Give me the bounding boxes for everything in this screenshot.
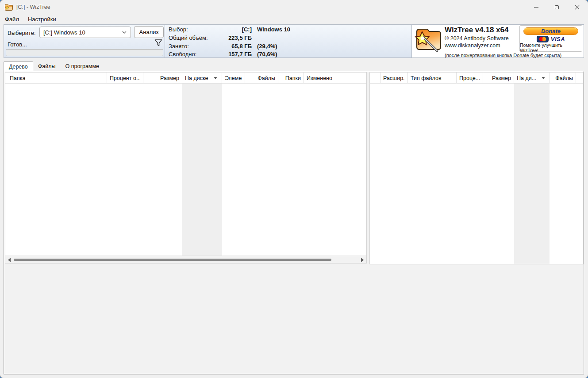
file-types-grid[interactable]: Расшир... Тип файлов Проце... Размер На … [369, 72, 584, 264]
caption-buttons [526, 0, 587, 14]
wiztree-window: [C:] - WizTree Файл Настройки Выберите: … [0, 0, 588, 378]
summary-row: Общий объём: 223,5 ГБ [165, 34, 411, 43]
close-button[interactable] [567, 0, 587, 14]
column-header-extension[interactable]: Расшир... [380, 73, 408, 84]
filter-icon[interactable] [154, 38, 163, 47]
menu-bar: Файл Настройки [0, 14, 60, 24]
minimize-button[interactable] [526, 0, 546, 14]
tab-tree[interactable]: Дерево [4, 61, 33, 72]
menu-file[interactable]: Файл [1, 15, 23, 23]
select-drive-label: Выберите: [8, 30, 36, 36]
summary-extra: (70,6%) [257, 51, 277, 59]
summary-row: Занято: 65,8 ГБ (29,4%) [165, 43, 411, 51]
copyright-line: © 2024 Antibody Software [445, 36, 509, 42]
app-folder-icon [5, 4, 13, 11]
donate-box: Donate VISA Помогите улучшить WizTree! [519, 25, 582, 52]
scroll-left-icon[interactable] [8, 258, 11, 262]
summary-row: Выбор: [C:] Windows 10 [165, 26, 411, 34]
top-panel: Выберите: [C:] Windows 10 Анализ Готов..… [4, 24, 584, 58]
status-text: Готов... [8, 41, 27, 48]
title-bar[interactable]: [C:] - WizTree [0, 0, 588, 14]
summary-label: Общий объём: [165, 34, 209, 43]
column-header-size[interactable]: Размер [143, 73, 182, 84]
maximize-button[interactable] [546, 0, 567, 14]
column-header-spacer [576, 73, 583, 84]
column-header-items[interactable]: Элеме... [222, 73, 245, 84]
horizontal-scrollbar[interactable] [5, 256, 366, 263]
column-header-allocated[interactable]: На ди... [514, 73, 550, 84]
drive-combobox[interactable]: [C:] Windows 10 [39, 27, 131, 38]
tree-grid-header: Папка Процент о... Размер На диске Элеме… [5, 73, 366, 84]
column-header-folders[interactable]: Папки [278, 73, 304, 84]
summary-label: Выбор: [165, 26, 209, 34]
scrollbar-thumb[interactable] [14, 259, 331, 261]
summary-label: Свободно: [165, 51, 209, 59]
minimize-icon [534, 7, 538, 8]
drive-combobox-value: [C:] Windows 10 [43, 29, 85, 36]
summary-value: 65,8 ГБ [209, 43, 252, 51]
summary-row: Свободно: 157,7 ГБ (70,6%) [165, 51, 411, 59]
scroll-right-icon[interactable] [361, 258, 364, 262]
column-header-folder[interactable]: Папка [5, 73, 107, 84]
visa-icon: VISA [551, 36, 565, 42]
close-icon [575, 5, 580, 10]
types-grid-body[interactable] [370, 84, 583, 264]
app-version-title: WizTree v4.18 x64 [445, 26, 509, 34]
sorted-column-highlight [514, 84, 550, 264]
summary-panel: Выбор: [C:] Windows 10 Общий объём: 223,… [165, 25, 412, 57]
sort-desc-icon [214, 77, 217, 79]
summary-value: 223,5 ГБ [209, 34, 252, 43]
chevron-down-icon [122, 31, 127, 34]
column-header-blank[interactable] [370, 73, 380, 84]
tree-grid-body[interactable] [5, 84, 366, 256]
tab-files[interactable]: Файлы [33, 61, 61, 71]
mastercard-icon [537, 36, 549, 42]
column-header-filetype[interactable]: Тип файлов [408, 73, 457, 84]
column-header-files[interactable]: Файлы [550, 73, 576, 84]
window-title: [C:] - WizTree [16, 4, 50, 10]
summary-value: [C:] [209, 26, 252, 34]
payment-cards: VISA [537, 36, 565, 42]
column-header-files[interactable]: Файлы [245, 73, 278, 84]
column-header-percent[interactable]: Проце... [457, 73, 483, 84]
folder-tree-grid[interactable]: Папка Процент о... Размер На диске Элеме… [5, 72, 367, 263]
sort-desc-icon [542, 77, 545, 79]
column-header-allocated[interactable]: На диске [182, 73, 222, 84]
wiztree-logo-icon [414, 26, 442, 54]
tab-strip: Дерево Файлы О программе [4, 61, 104, 71]
donate-button[interactable]: Donate [523, 27, 578, 35]
tab-about[interactable]: О программе [61, 61, 104, 71]
summary-extra: (29,4%) [257, 43, 277, 51]
sorted-column-highlight [182, 84, 222, 256]
types-grid-header: Расшир... Тип файлов Проце... Размер На … [370, 73, 583, 84]
maximize-icon [555, 5, 559, 9]
menu-settings[interactable]: Настройки [24, 15, 60, 23]
analyze-button[interactable]: Анализ [134, 26, 164, 38]
tree-tab-page: Папка Процент о... Размер На диске Элеме… [4, 71, 584, 374]
progress-bar [6, 49, 163, 56]
brand-text: WizTree v4.18 x64 © 2024 Antibody Softwa… [445, 26, 509, 48]
column-header-percent[interactable]: Процент о... [107, 73, 143, 84]
donate-help-text: Помогите улучшить WizTree! [520, 42, 582, 53]
column-header-size[interactable]: Размер [483, 73, 514, 84]
website-link[interactable]: www.diskanalyzer.com [445, 43, 509, 49]
summary-value: 157,7 ГБ [209, 51, 252, 59]
brand-panel: WizTree v4.18 x64 © 2024 Antibody Softwa… [412, 25, 584, 57]
column-header-modified[interactable]: Изменено [304, 73, 366, 84]
summary-extra: Windows 10 [257, 26, 290, 34]
donate-hidden-note: (после пожертвования кнопка Donate будет… [445, 53, 561, 58]
controls-panel: Выберите: [C:] Windows 10 Анализ Готов..… [4, 25, 165, 57]
summary-label: Занято: [165, 43, 209, 51]
